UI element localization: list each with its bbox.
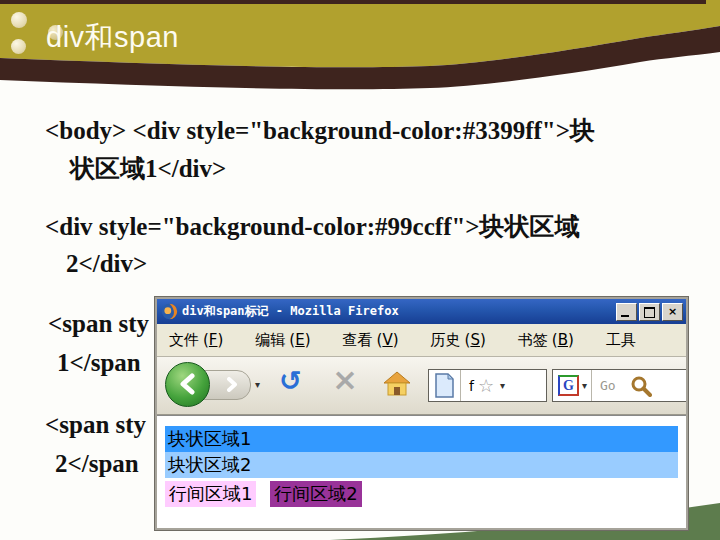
menu-shortcut: (V) — [377, 331, 399, 350]
close-button[interactable]: × — [662, 303, 683, 321]
search-magnifier-icon[interactable] — [630, 375, 652, 397]
divider — [591, 370, 592, 401]
google-engine-icon: G — [558, 375, 579, 396]
code-line: <span sty — [48, 310, 149, 338]
search-engine-dropdown-icon[interactable]: ▾ — [582, 380, 587, 391]
menu-item-bookmarks[interactable]: 书签 (B) — [518, 331, 574, 350]
demo-div-block-2: 块状区域2 — [165, 452, 678, 478]
menu-item-tools[interactable]: 工具 — [606, 331, 636, 350]
slide: div和span <body> <div style="background-c… — [0, 0, 720, 540]
demo-span-row: 行间区域1 行间区域2 — [165, 481, 678, 507]
menu-item-edit[interactable]: 编辑 (E) — [255, 331, 310, 350]
demo-div-block-1: 块状区域1 — [165, 426, 678, 452]
menu-label: 查看 — [343, 331, 373, 350]
menu-shortcut: (S) — [465, 331, 486, 350]
browser-menubar: 文件 (F) 编辑 (E) 查看 (V) 历史 (S) 书签 (B) 工具 — [157, 324, 686, 357]
refresh-button[interactable]: ↻ — [279, 365, 302, 396]
bookmark-star-icon[interactable]: ☆ — [478, 375, 494, 396]
page-icon — [434, 373, 455, 398]
menu-shortcut: (E) — [289, 331, 310, 350]
menu-label: 编辑 — [255, 331, 285, 350]
search-bar[interactable]: G ▾ Go — [552, 369, 688, 402]
maximize-button[interactable] — [639, 303, 660, 321]
search-input[interactable]: Go — [600, 378, 616, 393]
code-line: <body> <div style="background-color:#339… — [45, 114, 595, 147]
bullet-dot-icon — [11, 12, 27, 28]
browser-page-content: 块状区域1 块状区域2 行间区域1 行间区域2 — [157, 415, 686, 528]
bullet-dot-icon — [11, 39, 26, 54]
home-button[interactable] — [383, 371, 411, 397]
code-line: <span sty — [45, 411, 146, 439]
minimize-button[interactable] — [616, 303, 637, 321]
demo-span-2: 行间区域2 — [270, 481, 361, 507]
slide-title: div和span — [46, 18, 179, 58]
menu-shortcut: (F) — [203, 331, 223, 350]
address-bar[interactable]: f ☆ ▾ — [428, 369, 547, 402]
firefox-icon — [161, 303, 178, 320]
code-line: 状区域1</div> — [70, 152, 226, 185]
address-dropdown-icon[interactable]: ▾ — [500, 380, 505, 391]
menu-label: 工具 — [606, 331, 636, 350]
back-history-dropdown-icon[interactable]: ▾ — [255, 379, 260, 390]
menu-item-history[interactable]: 历史 (S) — [431, 331, 486, 350]
menu-shortcut: (B) — [552, 331, 574, 350]
browser-toolbar: ▾ ↻ × f ☆ ▾ G ▾ Go — [157, 357, 686, 415]
code-line: 1</span — [57, 349, 141, 377]
browser-titlebar[interactable]: div和span标记 - Mozilla Firefox × — [157, 299, 686, 324]
code-line: 2</span — [55, 450, 139, 478]
menu-label: 书签 — [518, 331, 548, 350]
divider — [460, 370, 461, 401]
code-line: <div style="background-color:#99ccff">块状… — [45, 210, 580, 243]
menu-item-view[interactable]: 查看 (V) — [343, 331, 399, 350]
back-button[interactable] — [165, 362, 210, 407]
forward-arrow-icon — [227, 377, 237, 392]
menu-label: 文件 — [169, 331, 199, 350]
demo-span-1: 行间区域1 — [165, 481, 256, 507]
browser-window: div和span标记 - Mozilla Firefox × 文件 (F) 编辑… — [155, 297, 688, 530]
menu-item-file[interactable]: 文件 (F) — [169, 331, 223, 350]
window-title: div和span标记 - Mozilla Firefox — [182, 303, 614, 320]
address-input[interactable]: f — [469, 378, 474, 394]
back-arrow-icon — [178, 373, 196, 395]
code-line: 2</div> — [66, 250, 147, 278]
stop-button[interactable]: × — [332, 361, 358, 397]
menu-label: 历史 — [431, 331, 461, 350]
